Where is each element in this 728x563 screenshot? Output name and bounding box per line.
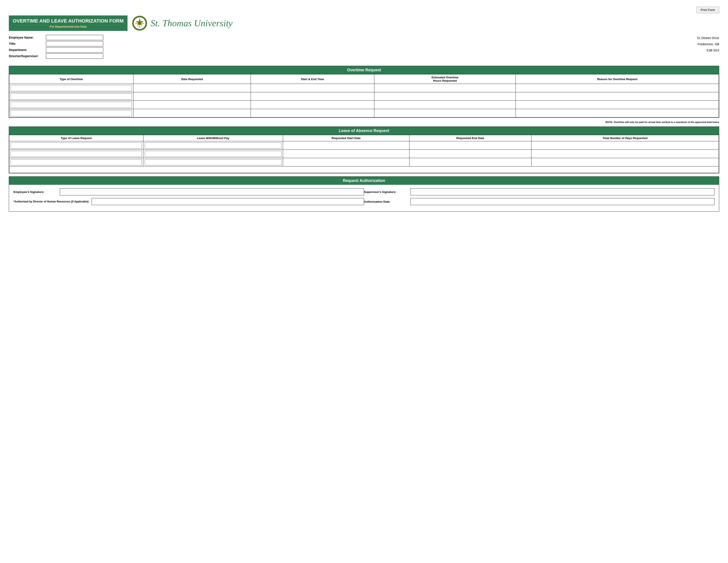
lv-end-cell-3[interactable] — [409, 158, 531, 166]
authorized-input[interactable] — [92, 198, 364, 205]
supervisor-sig-row: Supervisor's Signature: — [364, 188, 715, 195]
ot-type-cell-1[interactable] — [9, 84, 133, 92]
employee-name-row: Employee Name: — [9, 35, 124, 40]
address-line2: Fredericton, NB — [675, 41, 719, 47]
form-header-block: OVERTIME AND LEAVE AUTHORIZATION FORM Fo… — [9, 15, 128, 31]
director-row: Director/Supervisor: — [9, 53, 124, 59]
overtime-section: Overtime Request Type of Overtime Date R… — [9, 66, 719, 118]
lv-type-cell-2[interactable] — [9, 150, 143, 158]
supervisor-sig-input[interactable] — [410, 188, 715, 195]
ot-type-cell-3[interactable] — [9, 101, 133, 109]
ot-reason-cell-1[interactable] — [516, 84, 719, 92]
employee-info-section: Employee Name: Title: Department: Direct… — [9, 35, 124, 59]
ot-type-cell-2[interactable] — [9, 92, 133, 101]
employee-name-input[interactable] — [46, 35, 103, 40]
table-row — [9, 92, 719, 101]
title-input[interactable] — [46, 41, 103, 46]
form-subtitle: For Departmental Use Only — [13, 25, 124, 28]
overtime-col-2: Date Requested — [133, 74, 251, 84]
table-row-empty — [9, 166, 719, 173]
lv-type-cell-1[interactable] — [9, 141, 143, 150]
ot-reason-cell-4[interactable] — [516, 109, 719, 117]
ot-hours-cell-3[interactable] — [374, 101, 516, 109]
authorized-label: *Authorized by Director of Human Resourc… — [13, 200, 89, 203]
leave-col-5: Total Number of Days Requested — [531, 135, 719, 141]
leave-section: Leave of Absence Request Type of Leave R… — [9, 126, 719, 173]
address-line3: E3B 5G3 — [675, 47, 719, 53]
authorization-section-header: Request Authorization — [9, 177, 719, 185]
department-input[interactable] — [46, 47, 103, 53]
ot-reason-cell-2[interactable] — [516, 92, 719, 101]
title-row: Title: — [9, 41, 124, 46]
ot-reason-cell-3[interactable] — [516, 101, 719, 109]
ot-date-cell-2[interactable] — [133, 92, 251, 101]
table-row — [9, 141, 719, 150]
supervisor-sig-label: Supervisor's Signature: — [364, 190, 408, 194]
ot-time-cell-4[interactable] — [251, 109, 374, 117]
authorization-section: Request Authorization Employee's Signatu… — [9, 176, 719, 211]
authorized-row: *Authorized by Director of Human Resourc… — [13, 198, 364, 205]
overtime-col-3: Start & End Time — [251, 74, 374, 84]
overtime-col-4: Estimated OvertimeHours Requested — [374, 74, 516, 84]
lv-days-cell-2[interactable] — [531, 150, 719, 158]
university-name: St. Thomas University — [150, 18, 233, 28]
department-label: Department: — [9, 48, 44, 52]
svg-point-5 — [139, 22, 141, 24]
ot-date-cell-1[interactable] — [133, 84, 251, 92]
lv-days-cell-3[interactable] — [531, 158, 719, 166]
lv-start-cell-2[interactable] — [283, 150, 409, 158]
leave-table: Type of Leave Request Leave With/Without… — [9, 135, 719, 173]
lv-pay-cell-1[interactable] — [143, 141, 283, 150]
leave-col-1: Type of Leave Request — [9, 135, 143, 141]
print-button[interactable]: Print Form — [696, 7, 719, 13]
table-row — [9, 158, 719, 166]
university-logo-area: St. Thomas University — [132, 15, 233, 31]
lv-start-cell-3[interactable] — [283, 158, 409, 166]
table-row — [9, 150, 719, 158]
leave-col-2: Leave With/Without Pay — [143, 135, 283, 141]
ot-date-cell-3[interactable] — [133, 101, 251, 109]
ot-type-cell-4[interactable] — [9, 109, 133, 117]
ot-date-cell-4[interactable] — [133, 109, 251, 117]
leave-col-4: Requested End Date — [409, 135, 531, 141]
auth-date-label: Authorization Date: — [364, 200, 408, 203]
ot-hours-cell-2[interactable] — [374, 92, 516, 101]
ot-hours-cell-4[interactable] — [374, 109, 516, 117]
director-input[interactable] — [46, 53, 103, 59]
employee-name-label: Employee Name: — [9, 36, 44, 39]
overtime-section-header: Overtime Request — [9, 66, 719, 74]
lv-type-cell-3[interactable] — [9, 158, 143, 166]
director-label: Director/Supervisor: — [9, 54, 44, 58]
employee-sig-label: Employee's Signature: — [13, 190, 58, 194]
overtime-col-1: Type of Overtime — [9, 74, 133, 84]
employee-sig-input[interactable] — [60, 188, 364, 195]
ot-time-cell-2[interactable] — [251, 92, 374, 101]
department-row: Department: — [9, 47, 124, 53]
lv-pay-cell-2[interactable] — [143, 150, 283, 158]
table-row — [9, 84, 719, 92]
auth-date-row: Authorization Date: — [364, 198, 715, 205]
form-title: OVERTIME AND LEAVE AUTHORIZATION FORM — [13, 18, 124, 24]
overtime-note: NOTE: Overtime will only be paid for act… — [9, 121, 719, 123]
leave-col-3: Requested Start Date — [283, 135, 409, 141]
lv-end-cell-2[interactable] — [409, 150, 531, 158]
address-block: 51 Dineen Drive Fredericton, NB E3B 5G3 — [675, 35, 719, 53]
table-row — [9, 109, 719, 117]
table-row — [9, 101, 719, 109]
ot-time-cell-3[interactable] — [251, 101, 374, 109]
lv-start-cell-1[interactable] — [283, 141, 409, 150]
crest-icon — [132, 15, 147, 31]
ot-hours-cell-1[interactable] — [374, 84, 516, 92]
lv-end-cell-1[interactable] — [409, 141, 531, 150]
signature-grid: Employee's Signature: *Authorized by Dir… — [9, 185, 719, 211]
title-label: Title: — [9, 42, 44, 45]
auth-date-input[interactable] — [410, 198, 715, 205]
lv-days-cell-1[interactable] — [531, 141, 719, 150]
employee-sig-area: Employee's Signature: *Authorized by Dir… — [13, 188, 364, 208]
overtime-col-5: Reason for Overtime Request — [516, 74, 719, 84]
lv-pay-cell-3[interactable] — [143, 158, 283, 166]
address-line1: 51 Dineen Drive — [675, 35, 719, 41]
leave-section-header: Leave of Absence Request — [9, 127, 719, 135]
supervisor-sig-area: Supervisor's Signature: Authorization Da… — [364, 188, 715, 208]
ot-time-cell-1[interactable] — [251, 84, 374, 92]
